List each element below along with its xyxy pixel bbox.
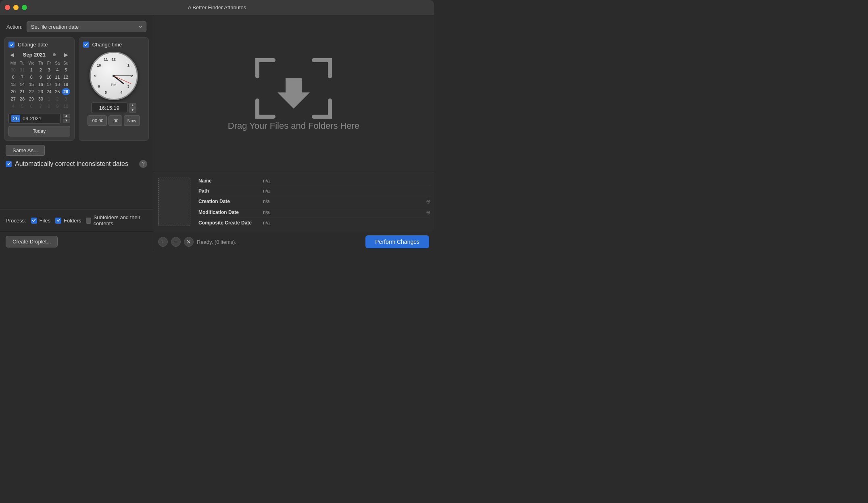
time-spin-up[interactable]: ▲ [129, 103, 136, 108]
change-date-checkbox[interactable] [8, 42, 15, 48]
cal-day[interactable]: 13 [8, 81, 18, 88]
cal-day[interactable]: 9 [53, 103, 62, 110]
process-row: Process: Files Folders Sub [0, 209, 153, 231]
same-as-button[interactable]: Same As... [6, 145, 45, 156]
cal-day[interactable]: 14 [18, 81, 27, 88]
cal-day[interactable]: 10 [45, 73, 53, 81]
svg-marker-0 [278, 78, 310, 109]
remove-item-button[interactable]: − [171, 237, 181, 247]
cal-day[interactable]: 30 [8, 66, 18, 73]
subfolders-checkbox[interactable] [86, 218, 91, 224]
cal-day[interactable]: 8 [45, 103, 53, 110]
cal-day[interactable]: 28 [18, 95, 27, 103]
files-checkbox[interactable] [31, 218, 37, 224]
cal-day[interactable]: 21 [18, 88, 27, 95]
time-value: 16:15:19 [99, 105, 119, 111]
cal-day[interactable]: 18 [53, 81, 62, 88]
maximize-button[interactable] [22, 5, 27, 10]
drop-zone[interactable]: Drag Your Files and Folders Here [153, 15, 434, 172]
add-item-button[interactable]: + [158, 237, 168, 247]
time-input-row: 16:15:19 ▲ ▼ [83, 103, 145, 113]
today-dot [53, 53, 56, 56]
calendar-nav: ◀ Sep 2021 ▶ [8, 52, 70, 58]
cal-day[interactable]: 7 [18, 73, 27, 81]
cal-day[interactable]: 31 [18, 66, 27, 73]
cal-day[interactable]: 1 [45, 95, 53, 103]
cal-header-we: We [26, 60, 36, 66]
change-time-checkbox[interactable] [83, 42, 89, 48]
detail-path-value: n/a [263, 188, 431, 194]
cal-day[interactable]: 2 [36, 66, 45, 73]
cal-day[interactable]: 27 [8, 95, 18, 103]
time-panel-header: Change time [83, 42, 145, 48]
folders-label: Folders [64, 218, 81, 224]
cal-day[interactable]: 6 [8, 73, 18, 81]
close-button[interactable] [5, 5, 10, 10]
cal-day[interactable]: 15 [26, 81, 36, 88]
cal-header-th: Th [36, 60, 45, 66]
date-input-row: 26 .09.2021 ▲ ▼ [8, 113, 70, 124]
detail-composite-row: Composite Create Date n/a [198, 218, 431, 228]
cal-day[interactable]: 30 [36, 95, 45, 103]
cal-day[interactable]: 8 [26, 73, 36, 81]
help-button[interactable]: ? [139, 160, 147, 168]
time-spin-down[interactable]: ▼ [129, 108, 136, 113]
zero-button[interactable]: :00 [108, 115, 122, 126]
prev-month-button[interactable]: ◀ [8, 52, 16, 58]
clear-items-button[interactable]: ✕ [184, 237, 194, 247]
action-select[interactable]: Set file creation date Set file modifica… [27, 21, 146, 32]
cal-day[interactable]: 10 [62, 103, 70, 110]
spacer [0, 172, 153, 209]
cal-day[interactable]: 24 [45, 88, 53, 95]
cal-header-mo: Mo [8, 60, 18, 66]
cal-day[interactable]: 12 [62, 73, 70, 81]
cal-day[interactable]: 22 [26, 88, 36, 95]
minimize-button[interactable] [13, 5, 19, 10]
window-title: A Better Finder Attributes [188, 4, 246, 10]
cal-day[interactable]: 25 [53, 88, 62, 95]
cal-day[interactable]: 20 [8, 88, 18, 95]
cal-day[interactable]: 16 [36, 81, 45, 88]
left-panel: Action: Set file creation date Set file … [0, 15, 153, 252]
clock-num-3: 3 [127, 84, 129, 88]
today-button[interactable]: Today [8, 126, 70, 136]
auto-correct-checkbox[interactable] [6, 161, 12, 167]
cal-day[interactable]: 29 [26, 95, 36, 103]
file-info-panel: Name n/a Path n/a Creation Date n/a ⊕ Mo… [153, 172, 434, 232]
cal-day[interactable]: 6 [26, 103, 36, 110]
date-spin-up[interactable]: ▲ [63, 114, 70, 118]
cal-day[interactable]: 5 [18, 103, 27, 110]
cal-day[interactable]: 4 [8, 103, 18, 110]
date-spinner: ▲ ▼ [63, 114, 70, 123]
time-display[interactable]: 16:15:19 [91, 103, 127, 113]
perform-changes-button[interactable]: Perform Changes [365, 235, 429, 248]
next-month-button[interactable]: ▶ [63, 52, 70, 58]
now-button[interactable]: Now [124, 115, 140, 126]
zero-zero-button[interactable]: :00:00 [88, 115, 107, 126]
cal-day[interactable]: 2 [53, 95, 62, 103]
right-panel: Drag Your Files and Folders Here Name n/… [153, 15, 434, 252]
cal-day[interactable]: 5 [62, 66, 70, 73]
cal-day[interactable]: 17 [45, 81, 53, 88]
cal-day[interactable]: 1 [26, 66, 36, 73]
cal-day[interactable]: 23 [36, 88, 45, 95]
cal-day[interactable]: 3 [45, 66, 53, 73]
cal-day[interactable]: 11 [53, 73, 62, 81]
cal-day[interactable]: 3 [62, 95, 70, 103]
create-droplet-button[interactable]: Create Droplet... [6, 236, 58, 247]
clock-num-9: 9 [94, 74, 96, 78]
clock-num-5: 5 [105, 90, 107, 94]
files-label: Files [40, 218, 50, 224]
cal-day[interactable]: 4 [53, 66, 62, 73]
folders-checkbox[interactable] [55, 218, 61, 224]
cal-day-selected[interactable]: 26 [62, 88, 70, 95]
date-spin-down[interactable]: ▼ [63, 119, 70, 123]
ready-status: Ready. (0 items). [197, 239, 362, 245]
action-row: Action: Set file creation date Set file … [0, 15, 153, 37]
cal-day[interactable]: 19 [62, 81, 70, 88]
cal-day[interactable]: 7 [36, 103, 45, 110]
detail-path-row: Path n/a [198, 186, 431, 196]
window-controls [5, 5, 27, 10]
date-display[interactable]: 26 .09.2021 [8, 113, 61, 124]
cal-day[interactable]: 9 [36, 73, 45, 81]
